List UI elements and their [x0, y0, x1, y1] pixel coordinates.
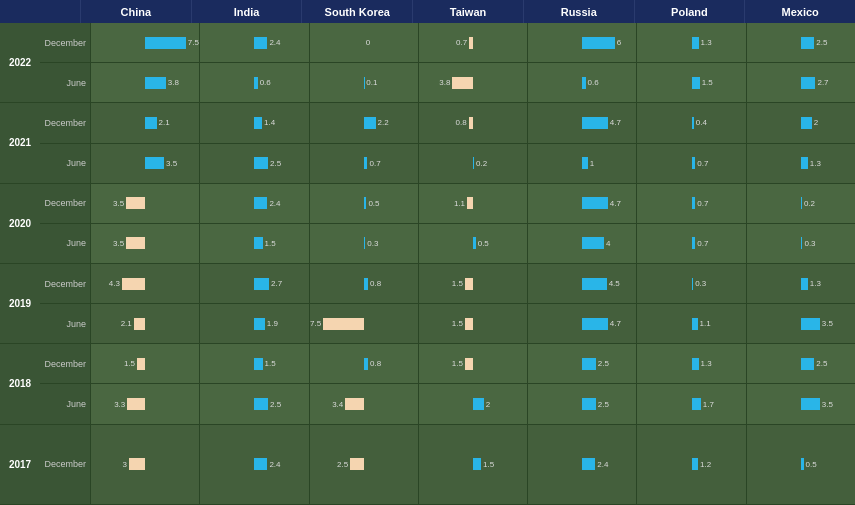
value-label: 3.5 — [822, 400, 833, 409]
cell-2018-June-country5: 1.7 — [636, 384, 745, 423]
value-label: 7.5 — [310, 319, 321, 328]
year-label-2021: 2021 — [0, 103, 40, 183]
header-row: China India South Korea Taiwan Russia Po… — [0, 0, 855, 23]
cell-2019-December-country4: 4.5 — [527, 264, 636, 303]
cell-2018-December-country0: 1.5 — [90, 344, 199, 383]
value-label: 1.5 — [452, 279, 463, 288]
cell-2018-December-country4: 2.5 — [527, 344, 636, 383]
period-row-2020-December: December3.52.40.51.14.70.70.2 — [40, 184, 855, 224]
cell-2022-June-country0: 3.8 — [90, 63, 199, 102]
period-label-2021-June: June — [40, 144, 90, 183]
cell-2019-June-country0: 2.1 — [90, 304, 199, 343]
year-block-2017: 2017December32.42.51.52.41.20.5 — [0, 425, 855, 505]
cell-2017-December-country6: 0.5 — [746, 425, 855, 504]
cell-2021-June-country5: 0.7 — [636, 144, 745, 183]
cell-2022-June-country3: 3.8 — [418, 63, 527, 102]
cell-2021-December-country3: 0.8 — [418, 103, 527, 142]
cell-2019-June-country2: 7.5 — [309, 304, 418, 343]
value-label: 0.6 — [588, 78, 599, 87]
cell-2020-December-country0: 3.5 — [90, 184, 199, 223]
value-label: 2 — [814, 118, 818, 127]
value-label: 0.4 — [696, 118, 707, 127]
value-label: 1.3 — [810, 279, 821, 288]
period-label-2021-December: December — [40, 103, 90, 142]
header-south-korea: South Korea — [301, 0, 412, 23]
header-russia: Russia — [523, 0, 634, 23]
year-block-2019: 2019December4.32.70.81.54.50.31.3June2.1… — [0, 264, 855, 344]
value-label: 4.5 — [609, 279, 620, 288]
value-label: 2.5 — [816, 359, 827, 368]
value-label: 0.8 — [456, 118, 467, 127]
year-label-2022: 2022 — [0, 23, 40, 103]
value-label: 0.3 — [804, 239, 815, 248]
cell-2020-December-country2: 0.5 — [309, 184, 418, 223]
value-label: 2.4 — [269, 199, 280, 208]
period-row-2019-June: June2.11.97.51.54.71.13.5 — [40, 304, 855, 344]
cell-2020-December-country1: 2.4 — [199, 184, 308, 223]
cell-2021-December-country1: 1.4 — [199, 103, 308, 142]
value-label: 1.2 — [700, 460, 711, 469]
cell-2019-June-country4: 4.7 — [527, 304, 636, 343]
cell-2018-December-country1: 1.5 — [199, 344, 308, 383]
value-label: 0.7 — [697, 239, 708, 248]
year-label-2020: 2020 — [0, 184, 40, 264]
year-block-2021: 2021December2.11.42.20.84.70.42June3.52.… — [0, 103, 855, 183]
value-label: 4.7 — [610, 118, 621, 127]
value-label: 0.7 — [456, 38, 467, 47]
value-label: 1.5 — [265, 239, 276, 248]
period-row-2019-December: December4.32.70.81.54.50.31.3 — [40, 264, 855, 304]
year-block-2022: 2022December7.52.400.761.32.5June3.80.60… — [0, 23, 855, 103]
cell-2018-December-country3: 1.5 — [418, 344, 527, 383]
period-label-2020-December: December — [40, 184, 90, 223]
value-label: 1.1 — [700, 319, 711, 328]
period-label-2017-December: December — [40, 425, 90, 504]
value-label: 3 — [122, 460, 126, 469]
header-india: India — [191, 0, 302, 23]
value-label: 1.5 — [483, 460, 494, 469]
value-label: 1.4 — [264, 118, 275, 127]
value-label: 3.4 — [332, 400, 343, 409]
value-label: 1.7 — [703, 400, 714, 409]
period-label-2022-June: June — [40, 63, 90, 102]
value-label: 3.5 — [166, 159, 177, 168]
cell-2022-June-country5: 1.5 — [636, 63, 745, 102]
year-label-2019: 2019 — [0, 264, 40, 344]
cell-2018-December-country6: 2.5 — [746, 344, 855, 383]
value-label: 2.5 — [816, 38, 827, 47]
period-label-2022-December: December — [40, 23, 90, 62]
value-label: 1 — [590, 159, 594, 168]
value-label: 2.5 — [598, 359, 609, 368]
value-label: 1.1 — [454, 199, 465, 208]
period-label-2018-December: December — [40, 344, 90, 383]
cell-2021-June-country0: 3.5 — [90, 144, 199, 183]
value-label: 1.5 — [702, 78, 713, 87]
period-row-2021-June: June3.52.50.70.210.71.3 — [40, 144, 855, 184]
value-label: 0.7 — [697, 199, 708, 208]
cell-2021-December-country6: 2 — [746, 103, 855, 142]
cell-2019-December-country3: 1.5 — [418, 264, 527, 303]
cell-2020-December-country3: 1.1 — [418, 184, 527, 223]
cell-2018-June-country4: 2.5 — [527, 384, 636, 423]
value-label: 2.5 — [598, 400, 609, 409]
period-row-2021-December: December2.11.42.20.84.70.42 — [40, 103, 855, 143]
cell-2017-December-country0: 3 — [90, 425, 199, 504]
cell-2021-December-country5: 0.4 — [636, 103, 745, 142]
value-label: 1.5 — [124, 359, 135, 368]
value-label: 1.3 — [701, 38, 712, 47]
cell-2021-December-country4: 4.7 — [527, 103, 636, 142]
cell-2020-June-country5: 0.7 — [636, 224, 745, 263]
cell-2022-June-country6: 2.7 — [746, 63, 855, 102]
value-label: 3.8 — [168, 78, 179, 87]
value-label: 0.8 — [370, 279, 381, 288]
value-label: 2.2 — [378, 118, 389, 127]
cell-2020-December-country5: 0.7 — [636, 184, 745, 223]
cell-2020-June-country1: 1.5 — [199, 224, 308, 263]
value-label: 4 — [606, 239, 610, 248]
period-row-2018-December: December1.51.50.81.52.51.32.5 — [40, 344, 855, 384]
cell-2022-June-country1: 0.6 — [199, 63, 308, 102]
value-label: 1.5 — [452, 319, 463, 328]
cell-2021-June-country4: 1 — [527, 144, 636, 183]
cell-2022-December-country2: 0 — [309, 23, 418, 62]
cell-2018-June-country3: 2 — [418, 384, 527, 423]
year-label-2018: 2018 — [0, 344, 40, 424]
